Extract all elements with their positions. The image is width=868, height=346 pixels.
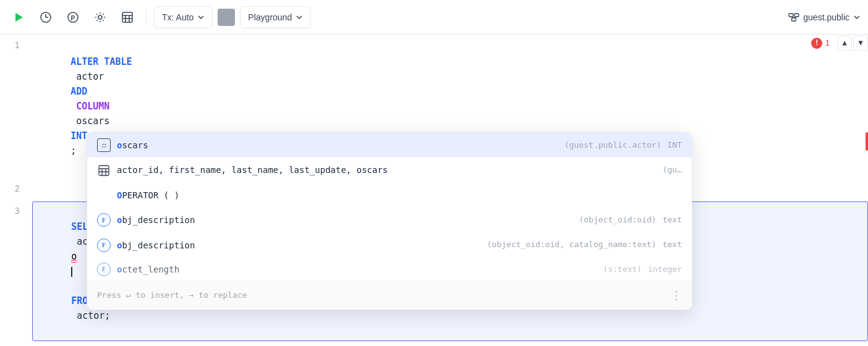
table-view-button[interactable] (116, 6, 138, 28)
settings-button[interactable] (89, 6, 111, 28)
svg-point-4 (98, 15, 102, 19)
ac-meta-all-cols: (gu… (663, 164, 682, 177)
autocomplete-footer: Press ↵ to insert, → to replace ⋮ (87, 281, 692, 310)
autocomplete-item-obj-desc-1[interactable]: F obj_description (object_oid:oid) text (87, 208, 692, 232)
svg-rect-5 (122, 12, 132, 22)
kw-actor2: actor; (71, 310, 110, 321)
svg-rect-10 (789, 14, 793, 17)
playground-label: Playground (248, 12, 292, 22)
ac-name-operator: OPERATOR ( ) (117, 188, 682, 202)
ac-name-oscars: oscars (117, 138, 558, 152)
autocomplete-dropdown: □ oscars (guest.public.actor) INT actor_… (87, 132, 692, 310)
autocomplete-item-obj-desc-2[interactable]: F obj_description (object_oid:oid, catal… (87, 233, 692, 258)
nav-up-arrow[interactable]: ▲ (837, 36, 852, 51)
svg-rect-11 (794, 14, 799, 17)
svg-marker-0 (15, 13, 23, 22)
more-options-button[interactable]: ⋮ (671, 287, 682, 305)
line-number-2: 2 (0, 179, 32, 195)
toolbar: P Tx: Auto Playground (0, 0, 868, 35)
ac-meta-obj-desc-2: (object_oid:oid, catalog_name:text) (487, 238, 657, 251)
playground-dropdown[interactable]: Playground (240, 6, 311, 28)
schema-selector[interactable]: guest.public (788, 12, 861, 23)
schema-chevron-icon (853, 14, 861, 21)
tx-dropdown[interactable]: Tx: Auto (154, 6, 213, 28)
chevron-down-icon (197, 14, 205, 21)
autocomplete-item-operator[interactable]: OPERATOR ( ) (87, 183, 692, 208)
ac-name-octet-length: octet_length (117, 263, 597, 276)
svg-line-14 (794, 17, 797, 18)
ac-meta-octet-length: (s:text) (603, 263, 642, 276)
line-number-3: 3 (0, 201, 32, 217)
svg-rect-15 (99, 166, 109, 175)
kw-semicolon1: ; (70, 145, 76, 156)
ac-name-obj-desc-1: obj_description (117, 213, 572, 227)
ac-name-all-cols: actor_id, first_name, last_name, last_up… (117, 163, 657, 177)
line1-right: ! 1 ▲ ▼ (811, 36, 868, 51)
kw-actor: actor (70, 71, 109, 82)
func-icon-2: F (97, 238, 111, 252)
kw-add: ADD (70, 86, 87, 97)
nav-arrows: ▲ ▼ (837, 36, 868, 51)
editor: 1 ALTER TABLE actor ADD COLUMN oscars IN… (0, 35, 868, 342)
autocomplete-item-all-columns[interactable]: actor_id, first_name, last_name, last_up… (87, 158, 692, 182)
table-all-icon (97, 164, 111, 177)
svg-line-13 (791, 17, 794, 18)
ac-type-obj-desc-2: text (663, 238, 682, 251)
kw-int: INT (70, 130, 87, 141)
ac-type-octet-length: integer (648, 263, 682, 276)
kw-column: COLUMN (70, 101, 109, 112)
ac-meta-oscars: (guest.public.actor) (564, 139, 662, 152)
ac-name-obj-desc-2: obj_description (117, 238, 481, 252)
schema-label: guest.public (803, 12, 849, 22)
ac-type-oscars: INT (668, 139, 682, 152)
p-button[interactable]: P (62, 6, 84, 28)
error-count: 1 (825, 37, 830, 50)
ac-type-obj-desc-1: text (663, 214, 682, 227)
nav-down-arrow[interactable]: ▼ (853, 36, 868, 51)
chevron-down-icon-2 (296, 14, 303, 21)
footer-hint: Press ↵ to insert, → to replace (97, 289, 247, 302)
kw-o-typed: o (71, 251, 77, 263)
column-icon: □ (97, 138, 111, 152)
kw-oscars-int: oscars (70, 116, 115, 127)
func-icon-1: F (97, 213, 111, 227)
tx-label: Tx: Auto (162, 12, 194, 22)
error-badge: ! 1 (811, 37, 835, 50)
ac-meta-obj-desc-1: (object_oid:oid) (579, 214, 656, 227)
kw-space (71, 281, 77, 292)
history-button[interactable] (35, 6, 57, 28)
run-button[interactable] (7, 6, 30, 28)
svg-text:P: P (71, 14, 75, 21)
stop-button[interactable] (218, 9, 235, 26)
line-number-1: 1 (0, 36, 32, 52)
scroll-indicator (866, 132, 868, 151)
svg-rect-12 (792, 18, 796, 21)
divider-1 (146, 9, 147, 26)
func-icon-3: F (97, 263, 111, 276)
error-icon: ! (811, 38, 822, 49)
autocomplete-item-oscars[interactable]: □ oscars (guest.public.actor) INT (87, 133, 692, 158)
kw-alter: ALTER TABLE (70, 56, 132, 67)
cursor (71, 267, 72, 277)
autocomplete-item-octet-length[interactable]: F octet_length (s:text) integer (87, 258, 692, 281)
schema-icon (788, 12, 799, 23)
